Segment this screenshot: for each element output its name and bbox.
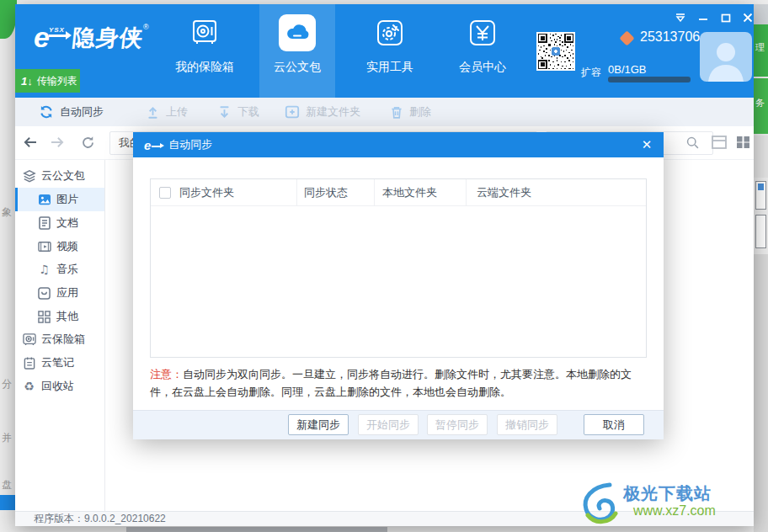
header-local-folder: 本地文件夹 — [375, 179, 467, 206]
transfer-list-button[interactable]: 1↓ 传输列表 — [15, 69, 80, 93]
yuan-icon — [464, 14, 501, 51]
desktop-strip-green: 务 — [754, 78, 768, 134]
download-icon — [217, 105, 232, 120]
logo-key-tail: YSX — [49, 26, 67, 37]
desktop-strip-green: 理 — [754, 24, 768, 77]
forward-icon[interactable] — [49, 134, 66, 151]
vip-badge-icon — [619, 30, 634, 45]
sidebar-item-pictures[interactable]: 图片 — [15, 188, 104, 211]
toolbar: 自动同步 上传 下载 新建文件夹 删除 — [15, 98, 754, 126]
nav-label: 我的保险箱 — [167, 60, 243, 75]
sidebar-item-cloud-notes[interactable]: 云笔记 — [15, 351, 104, 375]
sidebar-item-cloud-briefcase[interactable]: 云公文包 — [15, 164, 104, 188]
auto-sync-dialog: e 自动同步 ✕ 同步文件夹 同步状态 本地文件夹 云端文件夹 注意：自动同步为… — [133, 132, 664, 439]
transfer-list-label: 传输列表 — [37, 74, 77, 88]
upload-icon — [146, 105, 160, 120]
nav-label: 实用工具 — [352, 60, 428, 75]
dialog-close-icon[interactable]: ✕ — [638, 136, 655, 153]
video-icon — [37, 240, 51, 254]
header-cloud-folder: 云端文件夹 — [467, 179, 646, 206]
desktop-icon-text: 分 — [2, 377, 12, 391]
dialog-title: 自动同步 — [168, 137, 212, 152]
status-bar: 程序版本：9.0.0.2_20210622 — [15, 511, 754, 526]
sidebar-item-documents[interactable]: 文档 — [15, 211, 104, 235]
sidebar-item-apps[interactable]: 应用 — [15, 281, 104, 305]
dialog-logo-arrow — [152, 146, 162, 147]
transfer-count-icon: 1↓ — [21, 75, 33, 88]
logo-app-name: 隐身侠 — [71, 23, 145, 53]
safe-small-icon — [22, 332, 36, 347]
app-bag-icon — [37, 286, 51, 301]
cloud-icon — [279, 14, 316, 51]
header-sync-folder: 同步文件夹 — [151, 179, 297, 206]
desktop-window-thumb — [755, 215, 766, 248]
refresh-icon[interactable] — [79, 134, 96, 151]
quota-progressbar — [608, 77, 691, 82]
nav-label: 会员中心 — [445, 60, 520, 75]
program-version: 程序版本：9.0.0.2_20210622 — [34, 513, 166, 524]
expand-quota-link[interactable]: 扩容 — [581, 66, 601, 80]
image-icon — [37, 193, 51, 207]
grid-icon — [37, 310, 51, 324]
desktop-icon-text: 盘 — [2, 478, 12, 492]
dialog-logo-icon: e — [144, 138, 150, 152]
new-folder-icon — [285, 104, 300, 120]
trash-icon — [390, 105, 403, 120]
start-sync-button[interactable]: 开始同步 — [358, 414, 419, 435]
sidebar-item-videos[interactable]: 视频 — [15, 235, 104, 258]
recycle-icon: ♻ — [22, 380, 36, 394]
note-text: 自动同步为双向同步。一旦建立，同步将自动进行。删除文件时，尤其要注意。本地删除的… — [150, 368, 632, 398]
back-icon[interactable] — [22, 134, 39, 151]
safe-icon — [186, 14, 223, 51]
nav-label: 云公文包 — [259, 60, 335, 75]
quota-text: 0B/1GB — [608, 63, 647, 76]
sidebar-item-recycle-bin[interactable]: ♻ 回收站 — [15, 375, 104, 398]
minimize-button[interactable] — [696, 11, 710, 24]
desktop-icon-text: 象 — [2, 205, 12, 220]
sidebar-item-music[interactable]: ♫ 音乐 — [15, 258, 104, 281]
qr-code — [536, 32, 575, 71]
new-sync-button[interactable]: 新建同步 — [288, 414, 349, 435]
cancel-button[interactable]: 取消 — [584, 414, 644, 435]
avatar[interactable] — [700, 32, 752, 82]
layers-icon — [22, 169, 36, 184]
nav-item-my-safe[interactable]: 我的保险箱 — [167, 14, 243, 75]
sync-table-header: 同步文件夹 同步状态 本地文件夹 云端文件夹 — [151, 179, 646, 206]
desktop-green-logo — [0, 0, 17, 39]
new-folder-button[interactable]: 新建文件夹 — [285, 104, 360, 120]
top-bar: e YSX 隐身侠 ® 我的保险箱 云公文包 实用工具 — [15, 4, 754, 98]
desktop-strip — [754, 254, 768, 532]
search-icon[interactable] — [685, 136, 700, 153]
dialog-titlebar: e 自动同步 ✕ — [133, 132, 664, 157]
sidebar: 云公文包 图片 文档 视频 ♫ 音乐 应用 其他 云保险箱 — [15, 160, 105, 511]
undo-sync-button[interactable]: 撤销同步 — [497, 414, 557, 435]
download-button[interactable]: 下载 — [217, 104, 259, 120]
close-button[interactable] — [741, 11, 755, 24]
nav-item-member-center[interactable]: 会员中心 — [445, 14, 520, 75]
tools-gear-icon — [371, 14, 408, 51]
desktop-strip — [754, 4, 768, 24]
nav-item-cloud-briefcase[interactable]: 云公文包 — [259, 14, 335, 75]
auto-sync-button[interactable]: 自动同步 — [39, 104, 104, 120]
desktop-chip — [0, 495, 15, 510]
upload-button[interactable]: 上传 — [146, 104, 188, 120]
list-view-icon[interactable] — [712, 136, 727, 151]
sync-table: 同步文件夹 同步状态 本地文件夹 云端文件夹 — [150, 178, 647, 358]
nav-item-utilities[interactable]: 实用工具 — [352, 14, 428, 75]
select-all-checkbox[interactable] — [159, 187, 171, 199]
desktop-window-thumb — [755, 181, 766, 210]
menu-dropdown-icon[interactable] — [674, 11, 687, 24]
desktop-taskbar-fragment — [126, 527, 387, 532]
sync-warning-note: 注意：自动同步为双向同步。一旦建立，同步将自动进行。删除文件时，尤其要注意。本地… — [150, 365, 648, 401]
sidebar-item-cloud-safe[interactable]: 云保险箱 — [15, 327, 104, 351]
maximize-button[interactable] — [719, 11, 733, 24]
account-id: 25313706 — [640, 29, 700, 45]
desktop-icon-text: 并 — [2, 431, 12, 445]
grid-view-icon[interactable] — [736, 136, 751, 151]
notepad-icon — [22, 356, 36, 370]
note-label: 注意： — [150, 368, 183, 380]
delete-button[interactable]: 删除 — [390, 104, 431, 120]
sidebar-item-others[interactable]: 其他 — [15, 305, 104, 328]
pause-sync-button[interactable]: 暂停同步 — [427, 414, 488, 435]
sync-icon — [39, 104, 54, 120]
